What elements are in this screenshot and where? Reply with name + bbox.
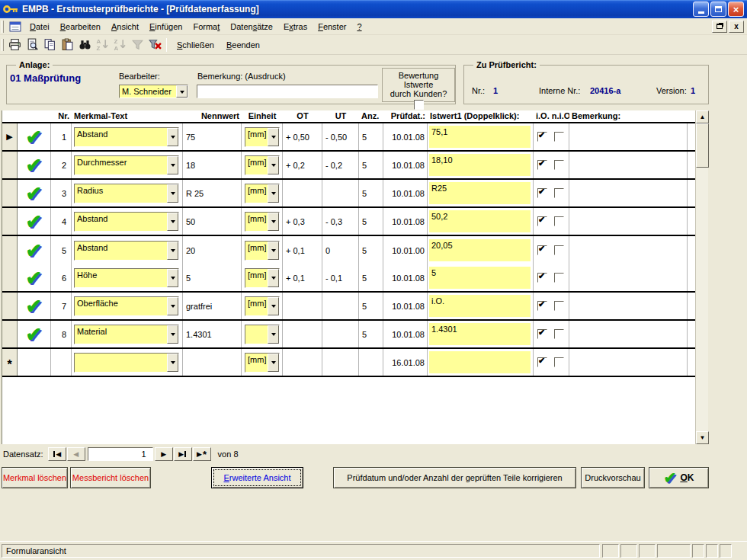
- istwert-field[interactable]: 18,10: [429, 154, 531, 176]
- mdi-restore-button[interactable]: [712, 21, 727, 33]
- pruefdat-cell[interactable]: 10.01.08: [383, 152, 428, 178]
- last-record-button[interactable]: ▶: [174, 447, 192, 461]
- nennwert-cell[interactable]: 50: [183, 208, 242, 235]
- nennwert-cell[interactable]: R 25: [183, 180, 242, 206]
- dropdown-arrow-icon[interactable]: [167, 269, 178, 287]
- nio-checkbox[interactable]: ✔: [554, 216, 564, 226]
- menu-datenstze[interactable]: Datensätze: [225, 20, 278, 34]
- einheit-combobox[interactable]: [mm]: [245, 296, 280, 316]
- istwert-field[interactable]: 75,1: [429, 126, 531, 148]
- einheit-combobox[interactable]: [mm]: [245, 184, 280, 203]
- ut-cell[interactable]: 0: [322, 236, 359, 264]
- dropdown-arrow-icon[interactable]: [268, 156, 279, 174]
- bemerkung-cell[interactable]: [569, 236, 688, 264]
- dropdown-arrow-icon[interactable]: [268, 297, 279, 315]
- restore-button[interactable]: [710, 2, 726, 17]
- einheit-combobox[interactable]: [245, 325, 280, 344]
- dropdown-arrow-icon[interactable]: [167, 156, 178, 174]
- merkmal-loeschen-button[interactable]: Merkmal löschen: [2, 467, 68, 488]
- anz-cell[interactable]: 5: [359, 152, 383, 178]
- nio-checkbox[interactable]: ✔: [554, 273, 564, 283]
- print-preview-icon-button[interactable]: [24, 37, 41, 53]
- einheit-combobox[interactable]: [mm]: [245, 212, 280, 232]
- dropdown-arrow-icon[interactable]: [167, 354, 178, 372]
- erweiterte-ansicht-button[interactable]: Erweiterte Ansicht: [211, 467, 303, 488]
- dropdown-arrow-icon[interactable]: [268, 184, 279, 203]
- io-checkbox[interactable]: ✔: [537, 329, 547, 339]
- copy-icon-button[interactable]: [41, 37, 59, 53]
- record-selector[interactable]: ▶: [2, 123, 18, 150]
- record-selector[interactable]: [2, 208, 18, 235]
- anz-cell[interactable]: 5: [359, 123, 383, 150]
- record-selector[interactable]: [2, 321, 18, 347]
- bemerkung-cell[interactable]: [569, 123, 688, 150]
- merkmal-combobox[interactable]: Abstand: [74, 212, 179, 232]
- ut-cell[interactable]: - 0,3: [322, 208, 359, 235]
- nio-checkbox[interactable]: ✔: [554, 329, 564, 339]
- menu-datei[interactable]: Datei: [24, 20, 55, 34]
- pruefdat-cell[interactable]: 10.01.08: [383, 321, 428, 347]
- pruefdat-cell[interactable]: 10.01.00: [383, 236, 428, 264]
- bearbeiter-combobox[interactable]: M. Schneider: [119, 85, 188, 98]
- next-record-button[interactable]: ▶: [155, 447, 173, 461]
- nennwert-cell[interactable]: 20: [183, 236, 242, 264]
- io-checkbox[interactable]: ✔: [537, 216, 547, 226]
- dropdown-arrow-icon[interactable]: [268, 325, 279, 344]
- dropdown-arrow-icon[interactable]: [268, 213, 279, 231]
- io-checkbox[interactable]: ✔: [537, 188, 547, 198]
- bemerkung-cell[interactable]: [569, 152, 688, 178]
- anz-cell[interactable]: 5: [359, 208, 383, 235]
- ot-cell[interactable]: [283, 180, 322, 206]
- bemerkung-input[interactable]: [197, 85, 378, 98]
- anz-cell[interactable]: [359, 349, 383, 376]
- scrollbar-thumb[interactable]: [696, 123, 709, 168]
- einheit-combobox[interactable]: [mm]: [245, 268, 280, 288]
- dropdown-arrow-icon[interactable]: [268, 269, 279, 287]
- record-selector[interactable]: [2, 180, 18, 206]
- nio-checkbox[interactable]: ✔: [554, 245, 564, 255]
- form-icon[interactable]: [9, 21, 21, 32]
- bemerkung-cell[interactable]: [569, 180, 688, 206]
- dropdown-arrow-icon[interactable]: [268, 354, 279, 372]
- nio-checkbox[interactable]: ✔: [554, 357, 564, 367]
- pruefdat-cell[interactable]: 10.01.08: [383, 293, 428, 319]
- vertical-scrollbar[interactable]: ▲ ▼: [695, 110, 708, 444]
- dropdown-arrow-icon[interactable]: [167, 242, 178, 260]
- menu-ansicht[interactable]: Ansicht: [106, 20, 144, 34]
- merkmal-combobox[interactable]: Durchmesser: [74, 155, 179, 175]
- ot-cell[interactable]: + 0,1: [283, 264, 322, 291]
- pruefdat-cell[interactable]: 10.01.08: [383, 264, 428, 291]
- print-icon-button[interactable]: [6, 37, 24, 53]
- schliessen-button[interactable]: Schließen: [172, 38, 219, 52]
- ot-cell[interactable]: + 0,3: [283, 208, 322, 235]
- ut-cell[interactable]: - 0,1: [322, 264, 359, 291]
- bemerkung-cell[interactable]: [569, 208, 688, 235]
- merkmal-combobox[interactable]: Abstand: [74, 241, 179, 261]
- new-record-button[interactable]: ▶*: [193, 447, 211, 461]
- record-selector[interactable]: *: [2, 349, 18, 376]
- einheit-combobox[interactable]: [mm]: [245, 241, 280, 261]
- nennwert-cell[interactable]: 1.4301: [183, 321, 242, 347]
- scroll-up-icon[interactable]: ▲: [696, 110, 709, 123]
- io-checkbox[interactable]: ✔: [537, 160, 547, 170]
- menu-fenster[interactable]: Fenster: [313, 20, 351, 34]
- nennwert-cell[interactable]: gratfrei: [183, 293, 242, 319]
- istwert-field[interactable]: 1.4301: [429, 323, 531, 345]
- ot-cell[interactable]: + 0,1: [283, 236, 322, 264]
- merkmal-combobox[interactable]: Material: [74, 325, 179, 344]
- einheit-combobox[interactable]: [mm]: [245, 353, 280, 373]
- first-record-button[interactable]: ◀: [48, 447, 66, 461]
- pruefdat-cell[interactable]: 10.01.08: [383, 180, 428, 206]
- pruefdat-cell[interactable]: 10.01.08: [383, 123, 428, 150]
- anz-cell[interactable]: 5: [359, 321, 383, 347]
- dropdown-arrow-icon[interactable]: [268, 128, 279, 146]
- ot-cell[interactable]: [283, 293, 322, 319]
- ot-cell[interactable]: + 0,2: [283, 152, 322, 178]
- ok-button[interactable]: ✔ OK: [649, 467, 709, 488]
- dropdown-arrow-icon[interactable]: [167, 213, 178, 231]
- nennwert-cell[interactable]: 18: [183, 152, 242, 178]
- menu-bearbeiten[interactable]: Bearbeiten: [55, 20, 106, 34]
- bemerkung-cell[interactable]: [569, 349, 688, 376]
- anz-cell[interactable]: 5: [359, 180, 383, 206]
- istwert-field[interactable]: 20,05: [429, 239, 531, 261]
